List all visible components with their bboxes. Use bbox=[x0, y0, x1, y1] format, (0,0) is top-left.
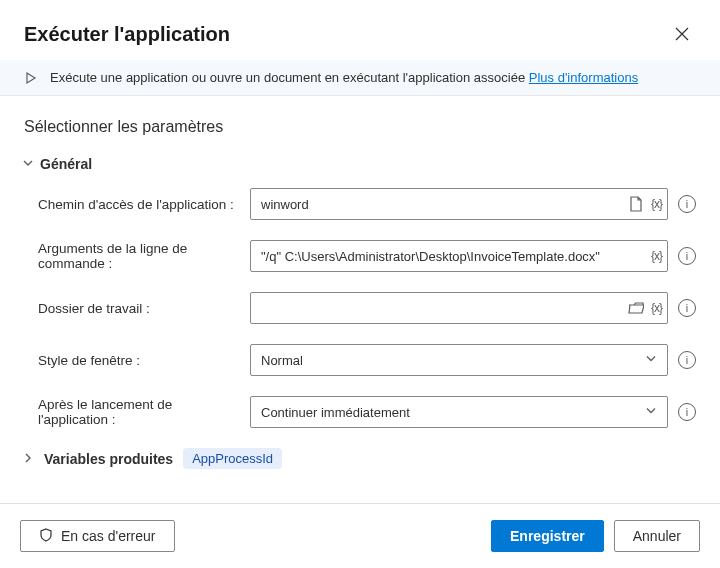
variable-picker-icon[interactable]: {x} bbox=[651, 249, 662, 263]
row-cmd-args: Arguments de la ligne de commande : {x} … bbox=[24, 240, 696, 272]
help-icon[interactable]: i bbox=[678, 247, 696, 265]
dialog-header: Exécuter l'application bbox=[0, 0, 720, 60]
label-cmd-args: Arguments de la ligne de commande : bbox=[38, 241, 250, 271]
row-work-dir: Dossier de travail : {x} i bbox=[24, 292, 696, 324]
info-bar: Exécute une application ou ouvre un docu… bbox=[0, 60, 720, 96]
chevron-right-icon bbox=[22, 453, 34, 465]
row-app-path: Chemin d'accès de l'application : {x} i bbox=[24, 188, 696, 220]
dialog-run-application: Exécuter l'application Exécute une appli… bbox=[0, 0, 720, 568]
save-button[interactable]: Enregistrer bbox=[491, 520, 604, 552]
dialog-content: Sélectionner les paramètres Général Chem… bbox=[0, 96, 720, 503]
input-app-path[interactable] bbox=[250, 188, 668, 220]
select-window-style[interactable]: Normal bbox=[250, 344, 668, 376]
folder-picker-icon[interactable] bbox=[627, 299, 645, 317]
info-text-body: Exécute une application ou ouvre un docu… bbox=[50, 70, 529, 85]
chevron-down-icon bbox=[22, 158, 34, 170]
dialog-title: Exécuter l'application bbox=[24, 23, 230, 46]
variable-picker-icon[interactable]: {x} bbox=[651, 197, 662, 211]
row-after-launch: Après le lancement de l'application : Co… bbox=[24, 396, 696, 428]
help-icon[interactable]: i bbox=[678, 299, 696, 317]
close-button[interactable] bbox=[668, 20, 696, 48]
label-app-path: Chemin d'accès de l'application : bbox=[38, 197, 250, 212]
on-error-label: En cas d'erreur bbox=[61, 528, 156, 544]
label-window-style: Style de fenêtre : bbox=[38, 353, 250, 368]
produced-vars-toggle[interactable]: Variables produites AppProcessId bbox=[22, 448, 696, 469]
more-info-link[interactable]: Plus d'informations bbox=[529, 70, 638, 85]
close-icon bbox=[675, 27, 689, 41]
chevron-down-icon bbox=[645, 353, 657, 368]
select-window-style-value: Normal bbox=[261, 353, 303, 368]
produced-vars-label: Variables produites bbox=[44, 451, 173, 467]
input-cmd-args[interactable] bbox=[250, 240, 668, 272]
file-picker-icon[interactable] bbox=[627, 195, 645, 213]
var-chip-appprocessid[interactable]: AppProcessId bbox=[183, 448, 282, 469]
select-after-launch-value: Continuer immédiatement bbox=[261, 405, 410, 420]
help-icon[interactable]: i bbox=[678, 195, 696, 213]
section-title: Sélectionner les paramètres bbox=[24, 118, 696, 136]
help-icon[interactable]: i bbox=[678, 351, 696, 369]
label-work-dir: Dossier de travail : bbox=[38, 301, 250, 316]
select-after-launch[interactable]: Continuer immédiatement bbox=[250, 396, 668, 428]
play-icon bbox=[24, 71, 38, 85]
variable-picker-icon[interactable]: {x} bbox=[651, 301, 662, 315]
input-work-dir[interactable] bbox=[250, 292, 668, 324]
cancel-button[interactable]: Annuler bbox=[614, 520, 700, 552]
chevron-down-icon bbox=[645, 405, 657, 420]
row-window-style: Style de fenêtre : Normal i bbox=[24, 344, 696, 376]
dialog-footer: En cas d'erreur Enregistrer Annuler bbox=[0, 503, 720, 568]
general-section-label: Général bbox=[40, 156, 92, 172]
shield-icon bbox=[39, 528, 53, 545]
on-error-button[interactable]: En cas d'erreur bbox=[20, 520, 175, 552]
general-section-toggle[interactable]: Général bbox=[22, 156, 696, 172]
label-after-launch: Après le lancement de l'application : bbox=[38, 397, 250, 427]
info-text: Exécute une application ou ouvre un docu… bbox=[50, 70, 638, 85]
help-icon[interactable]: i bbox=[678, 403, 696, 421]
